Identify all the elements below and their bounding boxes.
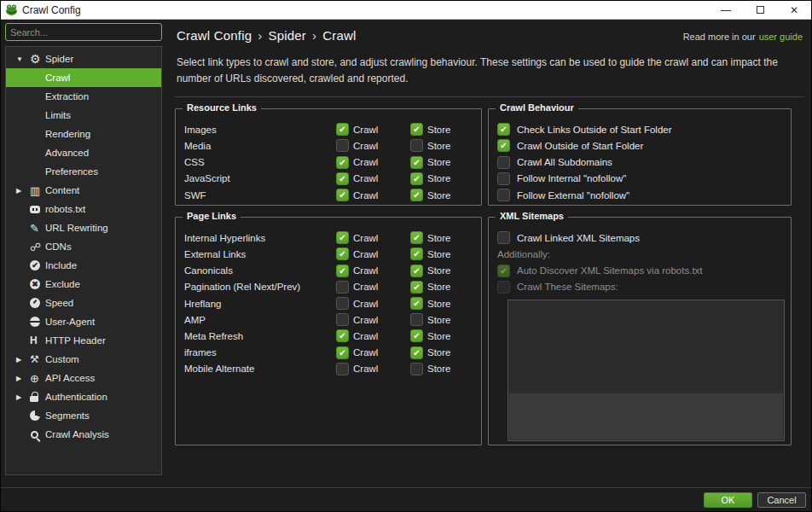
maximize-button[interactable] — [743, 1, 777, 20]
chevron-down-icon[interactable]: ▼ — [16, 55, 30, 63]
sidebar-item-include[interactable]: Include — [6, 256, 161, 275]
tree-iconbox — [30, 392, 45, 402]
crawl-checkbox-meta-refresh[interactable]: ✔ — [336, 329, 349, 342]
crawl-checkbox-pagination-rel-next-prev[interactable] — [336, 281, 349, 294]
sidebar-item-url-rewriting[interactable]: URL Rewriting — [6, 218, 161, 237]
sidebar-item-extraction[interactable]: Extraction — [6, 87, 161, 106]
store-checkbox-swf[interactable]: ✔ — [410, 189, 423, 201]
sidebar-item-cdns[interactable]: CDNs — [6, 237, 161, 256]
crawl-checkbox-javascript[interactable]: ✔ — [336, 172, 349, 185]
chevron-right-icon[interactable]: ▶ — [16, 375, 30, 382]
checkbox-follow-internal-nofollow[interactable] — [497, 172, 510, 185]
search-input[interactable] — [5, 23, 162, 41]
checkbox-crawl-outside-of-start-folder[interactable]: ✔ — [497, 139, 510, 152]
crawl-checkbox-media[interactable] — [336, 139, 349, 152]
store-checkbox-mobile-alternate[interactable] — [410, 363, 423, 375]
xml-sitemaps-legend: XML Sitemaps — [496, 211, 568, 221]
sidebar-item-content[interactable]: ▶Content — [6, 181, 161, 200]
crawl-checkbox-amp[interactable] — [336, 313, 349, 326]
http-icon — [30, 335, 38, 346]
chevron-right-icon[interactable]: ▶ — [16, 356, 30, 364]
checkbox-follow-external-nofollow[interactable] — [497, 189, 510, 201]
chevron-right-icon[interactable]: ▶ — [16, 393, 30, 401]
sidebar-item-crawl[interactable]: Crawl — [6, 68, 161, 87]
check-circle-icon — [30, 260, 40, 271]
crawl-checkbox-iframes[interactable]: ✔ — [336, 346, 349, 359]
link-row-label: JavaScript — [184, 173, 326, 183]
crawl-pair: Crawl — [336, 363, 400, 375]
breadcrumb: Crawl Config›Spider›Crawl — [177, 28, 357, 43]
main-header: Crawl Config›Spider›Crawl Read more in o… — [175, 28, 806, 43]
sitemaps-textarea[interactable] — [508, 300, 784, 393]
sidebar-item-crawl-analysis[interactable]: Crawl Analysis — [6, 425, 161, 444]
sidebar-item-user-agent[interactable]: User-Agent — [6, 312, 161, 331]
crawl-behaviour-group: Crawl Behaviour ✔Check Links Outside of … — [488, 108, 792, 206]
sidebar-item-label: User-Agent — [45, 317, 95, 327]
checkbox-crawl-linked-xml-sitemaps[interactable] — [497, 231, 510, 244]
store-checkbox-label: Store — [427, 141, 451, 151]
additionally-label: Additionally: — [497, 246, 784, 262]
sidebar-item-api-access[interactable]: ▶API Access — [6, 369, 161, 387]
link-row-internal-hyperlinks: Internal Hyperlinks✔Crawl✔Store — [184, 230, 474, 246]
checkbox-crawl-these-sitemaps[interactable] — [497, 281, 510, 294]
sidebar-item-label: Authentication — [45, 392, 107, 402]
sidebar-item-authentication[interactable]: ▶Authentication — [6, 387, 161, 406]
close-button[interactable]: ✕ — [777, 1, 811, 20]
cancel-button[interactable]: Cancel — [757, 492, 806, 508]
minimize-button[interactable]: — — [709, 1, 743, 20]
crawl-checkbox-images[interactable]: ✔ — [336, 123, 349, 136]
crawl-checkbox-css[interactable]: ✔ — [336, 156, 349, 169]
crawl-pair: ✔Crawl — [336, 189, 400, 201]
store-checkbox-canonicals[interactable]: ✔ — [410, 265, 423, 277]
checkbox-check-links-outside-of-start-folder[interactable]: ✔ — [497, 123, 510, 136]
sidebar-item-advanced[interactable]: Advanced — [6, 143, 161, 162]
tree-iconbox — [30, 206, 45, 213]
store-checkbox-external-links[interactable]: ✔ — [410, 247, 423, 260]
sidebar-item-spider[interactable]: ▼Spider — [6, 49, 161, 68]
crawl-checkbox-internal-hyperlinks[interactable]: ✔ — [336, 231, 349, 244]
sidebar-item-limits[interactable]: Limits — [6, 106, 161, 125]
sidebar-item-rendering[interactable]: Rendering — [6, 125, 161, 143]
crawl-pair: ✔Crawl — [336, 156, 400, 169]
sidebar-item-speed[interactable]: Speed — [6, 294, 161, 312]
store-checkbox-amp[interactable] — [410, 313, 423, 326]
option-row-crawl-outside-of-start-folder: ✔Crawl Outside of Start Folder — [497, 137, 784, 154]
sidebar-item-label: Exclude — [45, 279, 80, 289]
sidebar-item-http-header[interactable]: HTTP Header — [6, 331, 161, 350]
checkbox-auto-discover-xml-sitemaps-via-robots-txt[interactable]: ✔ — [497, 265, 510, 277]
crawl-checkbox-external-links[interactable]: ✔ — [336, 247, 349, 260]
chevron-right-icon[interactable]: ▶ — [16, 187, 30, 195]
store-checkbox-javascript[interactable]: ✔ — [410, 172, 423, 185]
store-checkbox-iframes[interactable]: ✔ — [410, 346, 423, 359]
store-checkbox-meta-refresh[interactable]: ✔ — [410, 329, 423, 342]
store-checkbox-images[interactable]: ✔ — [410, 123, 423, 136]
store-checkbox-internal-hyperlinks[interactable]: ✔ — [410, 231, 423, 244]
checkbox-crawl-all-subdomains[interactable] — [497, 156, 510, 169]
tree-iconbox — [30, 335, 45, 346]
sidebar-item-preferences[interactable]: Preferences — [6, 162, 161, 181]
store-checkbox-hreflang[interactable]: ✔ — [410, 297, 423, 310]
resource-links-rows: Images✔Crawl✔StoreMediaCrawlStoreCSS✔Cra… — [184, 121, 474, 203]
tree-iconbox — [30, 317, 45, 327]
store-checkbox-css[interactable]: ✔ — [410, 156, 423, 169]
sidebar-item-exclude[interactable]: Exclude — [6, 275, 161, 294]
crawl-checkbox-swf[interactable]: ✔ — [336, 189, 349, 201]
option-row-crawl-all-subdomains: Crawl All Subdomains — [497, 154, 784, 171]
store-checkbox-media[interactable] — [410, 139, 423, 152]
tools-icon — [30, 354, 39, 364]
store-checkbox-pagination-rel-next-prev[interactable]: ✔ — [410, 281, 423, 294]
link-row-hreflang: HreflangCrawl✔Store — [184, 295, 474, 311]
sidebar-item-robots-txt[interactable]: robots.txt — [6, 200, 161, 218]
sidebar-item-segments[interactable]: Segments — [6, 406, 161, 425]
crawl-checkbox-mobile-alternate[interactable] — [336, 363, 349, 375]
link-row-mobile-alternate: Mobile AlternateCrawlStore — [184, 361, 474, 377]
sidebar-item-custom[interactable]: ▶Custom — [6, 350, 161, 369]
ok-button[interactable]: OK — [704, 492, 752, 508]
store-pair: ✔Store — [410, 156, 474, 169]
globe-icon — [30, 373, 39, 384]
pie-icon — [30, 410, 40, 421]
crawl-checkbox-canonicals[interactable]: ✔ — [336, 265, 349, 277]
user-guide-link[interactable]: user guide — [759, 32, 803, 42]
store-pair: Store — [410, 363, 474, 375]
crawl-checkbox-hreflang[interactable] — [336, 297, 349, 310]
